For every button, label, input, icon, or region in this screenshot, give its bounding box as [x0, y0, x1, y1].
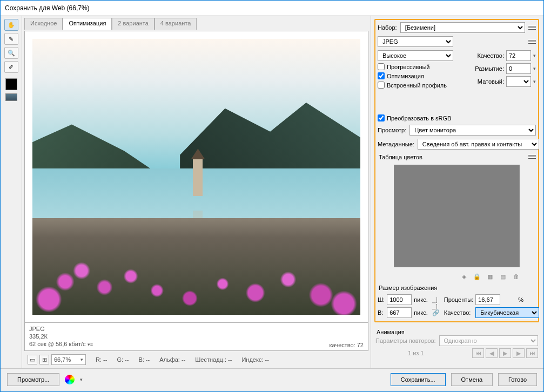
image-viewport[interactable] — [24, 31, 368, 323]
matte-select[interactable] — [506, 76, 531, 87]
status-hex: Шестнадц.: -- — [195, 356, 232, 363]
status-g: G: -- — [117, 356, 129, 363]
blur-stepper[interactable]: ▾ — [533, 66, 536, 71]
loop-select: Однократно — [439, 335, 538, 346]
tab-original[interactable]: Исходное — [24, 18, 63, 30]
cancel-button[interactable]: Отмена — [451, 373, 493, 386]
view-tabs: Исходное Оптимизация 2 варианта 4 вариан… — [24, 18, 368, 30]
percent-input[interactable] — [475, 294, 500, 305]
blur-input[interactable] — [506, 63, 531, 74]
next-frame-button[interactable]: ▶ — [513, 348, 525, 358]
imagesize-title: Размер изображения — [378, 283, 536, 291]
info-menu-icon[interactable]: ▾≡ — [88, 342, 93, 347]
quality-stepper[interactable]: ▾ — [533, 53, 536, 58]
icc-checkbox[interactable] — [378, 82, 385, 89]
preset-label: Набор: — [378, 24, 397, 31]
info-time: 62 сек @ 56,6 кбит/с — [29, 341, 86, 347]
tab-4up[interactable]: 4 варианта — [155, 18, 197, 30]
prev-frame-button[interactable]: ◀ — [486, 348, 498, 358]
colortable-menu-icon[interactable] — [528, 155, 536, 159]
first-frame-button[interactable]: ⏮ — [472, 348, 484, 358]
foreground-swatch[interactable] — [5, 78, 17, 90]
info-size: 335,2К — [29, 333, 93, 340]
status-r: R: -- — [96, 356, 107, 363]
srgb-checkbox[interactable] — [378, 114, 385, 121]
main-area: ✋ ✎ 🔍 ✐ Исходное Оптимизация 2 варианта … — [1, 16, 543, 368]
colortable-title: Таблица цветов — [378, 153, 422, 160]
save-button[interactable]: Сохранить... — [391, 373, 446, 386]
image-info-bar: JPEG 335,2К 62 сек @ 56,6 кбит/с ▾≡ каче… — [24, 323, 368, 351]
link-icon[interactable]: ⎯]⎯] 🔗 — [432, 296, 440, 316]
preset-menu-icon[interactable] — [528, 26, 536, 30]
ct-trash-icon[interactable]: 🗑 — [512, 273, 520, 280]
preview-image — [32, 39, 360, 315]
preview-select[interactable]: Цвет монитора — [409, 125, 536, 136]
anim-title: Анимация — [375, 328, 538, 335]
right-panel: Набор: [Безимени] JPEG Высокое Прогресси… — [371, 16, 543, 368]
width-input[interactable] — [387, 294, 412, 305]
ct-eyedrop-icon[interactable]: ◈ — [460, 273, 468, 280]
bottom-bar: Просмотр... ▾ Сохранить... Отмена Готово — [1, 368, 543, 391]
tab-optimized[interactable]: Оптимизация — [63, 18, 112, 30]
done-button[interactable]: Готово — [498, 373, 537, 386]
eyedropper-tool[interactable]: ✐ — [4, 61, 18, 73]
status-index: Индекс: -- — [241, 356, 268, 363]
animation-section: Анимация Параметры повторов:Однократно 1… — [374, 326, 539, 360]
color-table — [394, 165, 520, 267]
status-b: B: -- — [138, 356, 150, 363]
progressive-checkbox[interactable] — [378, 63, 385, 70]
metadata-select[interactable]: Сведения об авт. правах и контакты — [418, 139, 539, 150]
zoom-out-button[interactable]: ▭ — [28, 355, 37, 364]
slice-tool[interactable]: ✎ — [4, 33, 18, 45]
preview-button[interactable]: Просмотр... — [7, 373, 59, 386]
colortable-toolbar: ◈ 🔒 ▦ ▤ 🗑 — [378, 272, 536, 280]
ct-map-icon[interactable]: ▤ — [499, 273, 507, 280]
status-bar: ▭ ⊞ 66,7%▾ R: -- G: -- B: -- Альфа: -- Ш… — [24, 351, 368, 368]
ct-new-icon[interactable]: ▦ — [486, 273, 494, 280]
quality-input[interactable] — [506, 50, 531, 61]
zoom-tool[interactable]: 🔍 — [4, 47, 18, 59]
preset-select[interactable]: [Безимени] — [400, 22, 525, 33]
play-button[interactable]: ▶ — [499, 348, 511, 358]
info-quality: качество: 72 — [329, 342, 364, 348]
format-menu-icon[interactable] — [528, 40, 536, 44]
hand-tool[interactable]: ✋ — [4, 19, 18, 31]
tab-2up[interactable]: 2 варианта — [112, 18, 155, 30]
toggle-slices-icon[interactable] — [5, 93, 17, 101]
zoom-select[interactable]: 66,7%▾ — [51, 354, 86, 365]
titlebar: Сохранить для Web (66,7%) — [1, 1, 543, 16]
settings-highlight: Набор: [Безимени] JPEG Высокое Прогресси… — [374, 19, 539, 322]
last-frame-button[interactable]: ⏭ — [526, 348, 538, 358]
info-format: JPEG — [29, 325, 93, 333]
format-select[interactable]: JPEG — [378, 36, 453, 47]
optimize-checkbox[interactable] — [378, 72, 385, 79]
quality-preset-select[interactable]: Высокое — [378, 50, 453, 61]
ct-lock-icon[interactable]: 🔒 — [473, 273, 481, 280]
zoom-in-button[interactable]: ⊞ — [39, 355, 49, 364]
resample-select[interactable]: Бикубическая — [475, 307, 539, 318]
toolstrip: ✋ ✎ 🔍 ✐ — [1, 16, 22, 368]
frame-indicator: 1 из 1 — [408, 350, 424, 356]
browser-preview-icon[interactable] — [65, 375, 75, 384]
window-title: Сохранить для Web (66,7%) — [5, 4, 90, 12]
height-input[interactable] — [387, 307, 412, 318]
center-panel: Исходное Оптимизация 2 варианта 4 вариан… — [22, 16, 371, 368]
status-alpha: Альфа: -- — [159, 356, 185, 363]
